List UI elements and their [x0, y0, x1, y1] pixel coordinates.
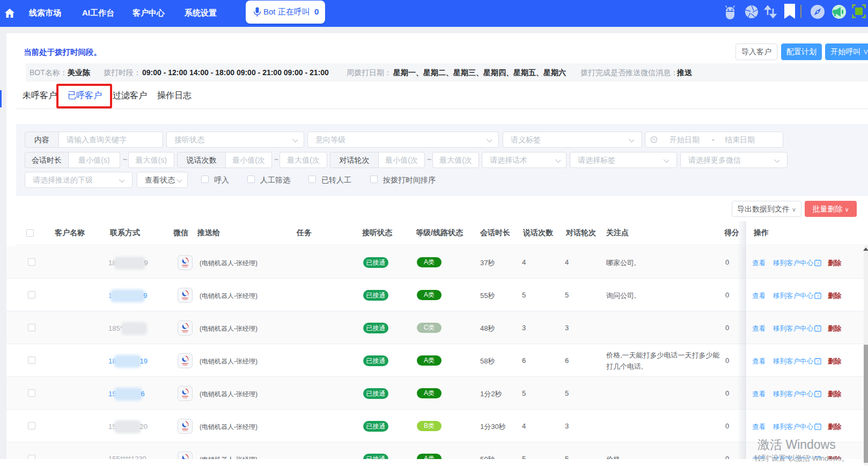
svg-text:?: ?	[817, 360, 819, 363]
svg-text:?: ?	[817, 425, 819, 429]
svg-text:?: ?	[817, 392, 819, 396]
svg-text:?: ?	[817, 327, 819, 331]
svg-text:?: ?	[817, 261, 819, 265]
svg-text:?: ?	[817, 294, 819, 298]
